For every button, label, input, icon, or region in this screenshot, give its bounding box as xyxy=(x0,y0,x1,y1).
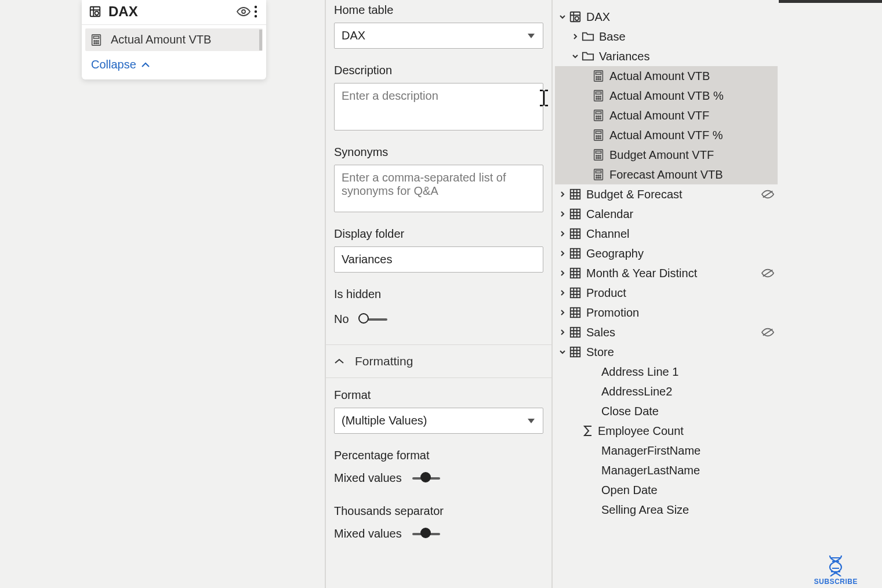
svg-point-29 xyxy=(596,99,597,100)
svg-point-53 xyxy=(596,158,597,159)
chevron-right-icon xyxy=(558,250,567,257)
calculator-icon xyxy=(90,34,103,46)
percentage-format-label: Percentage format xyxy=(334,449,543,462)
svg-rect-70 xyxy=(571,308,580,318)
svg-point-19 xyxy=(598,77,599,78)
display-folder-input[interactable]: Variances xyxy=(334,246,543,273)
svg-point-60 xyxy=(600,175,601,176)
svg-point-51 xyxy=(598,155,599,157)
tree-table[interactable]: Channel xyxy=(555,224,778,244)
tree-table[interactable]: Promotion xyxy=(555,303,778,322)
tree-column[interactable]: Open Date xyxy=(555,480,778,500)
tree-label: Open Date xyxy=(601,484,658,497)
tree-table[interactable]: Month & Year Distinct xyxy=(555,263,778,283)
tree-measure[interactable]: Actual Amount VTF % xyxy=(555,125,778,145)
tree-table[interactable]: Geography xyxy=(555,244,778,263)
tree-measure[interactable]: Actual Amount VTB xyxy=(555,66,778,86)
tree-measure[interactable]: Budget Amount VTF xyxy=(555,145,778,165)
svg-point-13 xyxy=(97,42,99,43)
synonyms-input[interactable]: Enter a comma-separated list of synonyms… xyxy=(334,165,543,212)
scrollbar-thumb[interactable] xyxy=(259,30,262,50)
svg-point-59 xyxy=(598,175,599,176)
svg-point-22 xyxy=(598,79,599,80)
svg-point-46 xyxy=(598,138,599,139)
tree-table-dax[interactable]: DAX xyxy=(555,7,778,27)
svg-point-37 xyxy=(596,118,597,119)
tree-column-employee-count[interactable]: Employee Count xyxy=(555,421,778,441)
is-hidden-toggle[interactable] xyxy=(360,318,387,321)
chevron-right-icon xyxy=(558,329,567,336)
tree-column[interactable]: Address Line 1 xyxy=(555,362,778,382)
hidden-icon xyxy=(761,189,774,199)
tree-column[interactable]: AddressLine2 xyxy=(555,382,778,401)
svg-point-62 xyxy=(598,177,599,179)
svg-point-34 xyxy=(596,116,597,117)
home-table-label: Home table xyxy=(334,3,543,17)
tree-label: Budget & Forecast xyxy=(586,188,683,201)
tree-table[interactable]: Sales xyxy=(555,322,778,342)
thousands-toggle[interactable] xyxy=(412,533,440,535)
tree-label: Budget Amount VTF xyxy=(609,148,714,162)
chevron-right-icon xyxy=(558,191,567,198)
home-table-value: DAX xyxy=(342,29,365,42)
svg-point-8 xyxy=(94,40,95,41)
subscribe-badge[interactable]: SUBSCRIBE xyxy=(814,553,858,586)
folder-icon xyxy=(582,50,594,62)
svg-point-39 xyxy=(600,118,601,119)
chevron-right-icon xyxy=(558,210,567,217)
table-icon xyxy=(569,346,582,358)
svg-rect-7 xyxy=(93,36,99,38)
table-dax-icon xyxy=(88,4,103,19)
calculator-icon xyxy=(592,129,605,141)
tree-column[interactable]: ManagerLastName xyxy=(555,460,778,480)
tree-folder-base[interactable]: Base xyxy=(555,27,778,46)
tree-label: Variances xyxy=(599,50,649,63)
svg-point-44 xyxy=(600,136,601,137)
svg-point-50 xyxy=(596,155,597,157)
tree-column[interactable]: Close Date xyxy=(555,401,778,421)
collapse-button[interactable]: Collapse xyxy=(82,52,266,79)
svg-rect-65 xyxy=(571,209,580,219)
tree-table[interactable]: Calendar xyxy=(555,204,778,224)
selected-measure-item[interactable]: Actual Amount VTB xyxy=(85,28,263,51)
display-folder-value: Variances xyxy=(342,253,392,266)
tree-label: Actual Amount VTF % xyxy=(609,129,723,142)
tree-table[interactable]: Budget & Forecast xyxy=(555,184,778,204)
tree-label: Selling Area Size xyxy=(601,503,689,517)
svg-point-18 xyxy=(596,77,597,78)
svg-point-36 xyxy=(600,116,601,117)
svg-point-5 xyxy=(255,15,257,17)
dax-table-card: DAX Actual Amo xyxy=(82,0,266,79)
chevron-down-icon xyxy=(528,34,535,38)
percentage-value: Mixed values xyxy=(334,471,402,485)
chevron-right-icon xyxy=(558,230,567,237)
card-title: DAX xyxy=(108,3,236,20)
svg-rect-41 xyxy=(596,132,601,134)
tree-table-store[interactable]: Store xyxy=(555,342,778,362)
tree-table[interactable]: Product xyxy=(555,283,778,303)
svg-rect-68 xyxy=(571,268,580,278)
more-options-icon[interactable] xyxy=(251,4,260,19)
svg-point-2 xyxy=(242,10,245,13)
synonyms-placeholder: Enter a comma-separated list of synonyms… xyxy=(342,171,536,198)
is-hidden-label: Is hidden xyxy=(334,288,543,301)
tree-measure[interactable]: Forecast Amount VTB xyxy=(555,165,778,184)
description-input[interactable]: Enter a description xyxy=(334,83,543,130)
percentage-toggle[interactable] xyxy=(412,477,440,480)
calculator-icon xyxy=(592,148,605,161)
calculator-icon xyxy=(592,89,605,102)
formatting-section-header[interactable]: Formatting xyxy=(326,344,551,378)
home-table-select[interactable]: DAX xyxy=(334,23,543,49)
tree-column[interactable]: Selling Area Size xyxy=(555,500,778,520)
tree-column[interactable]: ManagerFirstName xyxy=(555,441,778,460)
svg-point-31 xyxy=(600,99,601,100)
tree-label: Employee Count xyxy=(598,424,684,438)
tree-measure[interactable]: Actual Amount VTB % xyxy=(555,86,778,106)
visibility-icon[interactable] xyxy=(236,4,251,19)
fields-tree: DAX Base Variances Actual Amount VTB Act… xyxy=(555,7,778,520)
format-select[interactable]: (Multiple Values) xyxy=(334,408,543,434)
svg-rect-17 xyxy=(596,72,601,75)
tree-folder-variances[interactable]: Variances xyxy=(555,46,778,66)
tree-measure[interactable]: Actual Amount VTF xyxy=(555,106,778,125)
svg-point-3 xyxy=(255,6,257,8)
